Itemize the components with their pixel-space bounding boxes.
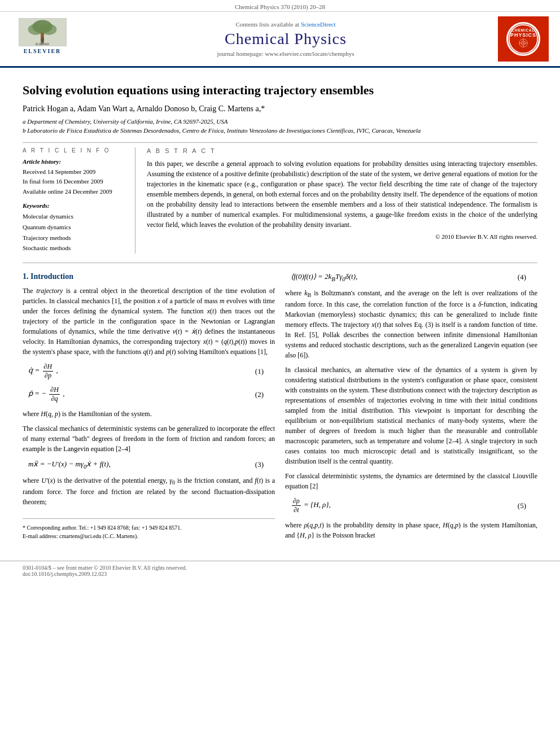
chemical-physics-logo: CHEMICAL PHYSICS — [498, 16, 549, 62]
keyword-3: Trajectory methods — [23, 233, 127, 243]
equation-4: ⟨f(0)f(t)⟩ = 2kBTγ0δ(t), (4) — [291, 272, 526, 282]
eq5-number: (5) — [518, 501, 526, 510]
svg-text:CHEMICAL: CHEMICAL — [512, 28, 535, 32]
keywords-list: Molecular dynamics Quantum dynamics Traj… — [23, 211, 127, 254]
copyright-line: © 2010 Elsevier B.V. All rights reserved… — [147, 233, 537, 240]
footnote-email: E-mail address: cmartens@uci.edu (C.C. M… — [23, 532, 275, 540]
eq3-content: mẍ = −U′(x) − mγ0ẋ + f(t), — [28, 460, 111, 470]
eq1-fraction: ∂H ∂p — [43, 362, 54, 380]
section-number: 1. — [23, 272, 30, 281]
elsevier-logo-container: ELSEVIER ELSEVIER — [11, 18, 73, 60]
intro-para-4: where U′(x) is the derivative of the pot… — [23, 475, 275, 507]
article-info-abstract: A R T I C L E I N F O Article history: R… — [23, 147, 537, 254]
article-history-dates: Received 14 September 2009 In final form… — [23, 167, 127, 197]
keyword-1: Molecular dynamics — [23, 211, 127, 222]
abstract-header: A B S T R A C T — [147, 147, 537, 154]
issn-text: 0301-0104/$ – see front matter © 2010 El… — [23, 565, 537, 571]
eq4-number: (4) — [518, 273, 526, 282]
article-info-col: A R T I C L E I N F O Article history: R… — [23, 147, 135, 254]
equation-2: ṗ = − ∂H ∂q , (2) — [28, 386, 264, 403]
intro-para-2: where H(q, p) is the Hamiltonian of the … — [23, 409, 275, 419]
journal-header: ELSEVIER ELSEVIER Contents lists availab… — [0, 12, 560, 68]
eq3-number: (3) — [255, 460, 264, 469]
svg-point-5 — [41, 37, 44, 41]
eq2-content: ṗ = − ∂H ∂q , — [28, 386, 64, 403]
paper-content: Solving evolution equations using intera… — [0, 68, 560, 556]
right-para-2: In classical mechanics, an alternative v… — [285, 365, 537, 466]
eq1-content: q̇ = ∂H ∂p , — [28, 362, 58, 380]
cp-logo-svg: CHEMICAL PHYSICS — [506, 24, 540, 54]
received-date: Received 14 September 2009 — [23, 167, 127, 177]
elsevier-tree-svg: ELSEVIER — [19, 18, 66, 46]
bottom-bar: 0301-0104/$ – see front matter © 2010 El… — [0, 561, 560, 580]
section-name: Introduction — [30, 272, 73, 281]
equation-5: ∂ρ ∂t = {H, ρ}, (5) — [291, 497, 526, 514]
affiliation-b: b Laboratorio de Física Estadística de S… — [23, 126, 537, 136]
right-para-4: where ρ(q,p,t) is the probability densit… — [285, 520, 537, 540]
elsevier-wordmark: ELSEVIER — [24, 48, 62, 54]
eq2-number: (2) — [255, 390, 264, 399]
journal-title-center: Contents lists available at ScienceDirec… — [73, 21, 498, 57]
svg-text:PHYSICS: PHYSICS — [510, 32, 536, 38]
eq1-number: (1) — [255, 367, 264, 376]
svg-text:ELSEVIER: ELSEVIER — [36, 43, 49, 46]
article-info-header: A R T I C L E I N F O — [23, 147, 127, 154]
contents-available-text: Contents lists available at ScienceDirec… — [73, 21, 498, 28]
eq4-content: ⟨f(0)f(t)⟩ = 2kBTγ0δ(t), — [291, 272, 357, 282]
eq5-content: ∂ρ ∂t = {H, ρ}, — [291, 497, 331, 514]
affiliation-a: a Department of Chemistry, University of… — [23, 117, 537, 126]
body-left-col: 1. Introduction The trajectory is a cent… — [23, 272, 275, 545]
intro-para-1: The trajectory is a central object in th… — [23, 286, 275, 357]
body-columns: 1. Introduction The trajectory is a cent… — [23, 272, 537, 545]
sciencedirect-link[interactable]: ScienceDirect — [301, 21, 336, 28]
equation-3: mẍ = −U′(x) − mγ0ẋ + f(t), (3) — [28, 460, 264, 470]
doi-text: doi:10.1016/j.chemphys.2009.12.023 — [23, 571, 537, 577]
intro-para-3: The classical mechanics of deterministic… — [23, 423, 275, 454]
affiliations: a Department of Chemistry, University of… — [23, 117, 537, 136]
elsevier-logo-image: ELSEVIER — [19, 18, 67, 46]
body-right-col: ⟨f(0)f(t)⟩ = 2kBTγ0δ(t), (4) where kB is… — [285, 272, 537, 545]
journal-name-display: Chemical Physics — [73, 30, 498, 48]
keyword-4: Stochastic methods — [23, 243, 127, 254]
intro-section-title: 1. Introduction — [23, 272, 275, 281]
paper-title: Solving evolution equations using intera… — [23, 82, 537, 99]
keywords-label: Keywords: — [23, 202, 127, 209]
keyword-2: Quantum dynamics — [23, 222, 127, 233]
authors-line: Patrick Hogan a, Adam Van Wart a, Arnald… — [23, 104, 537, 113]
abstract-col: A B S T R A C T In this paper, we descri… — [147, 147, 537, 254]
journal-meta-bar: Chemical Physics 370 (2010) 20–28 — [0, 0, 560, 12]
divider-after-affiliations — [23, 142, 537, 143]
right-para-3: For classical deterministic systems, the… — [285, 471, 537, 491]
journal-citation: Chemical Physics 370 (2010) 20–28 — [235, 3, 325, 10]
journal-homepage-text: journal homepage: www.elsevier.com/locat… — [73, 50, 498, 57]
footnote-section: * Corresponding author. Tel.: +1 949 824… — [23, 518, 275, 540]
equation-1: q̇ = ∂H ∂p , (1) — [28, 362, 264, 380]
available-date: Available online 24 December 2009 — [23, 187, 127, 197]
eq2-fraction: ∂H ∂q — [49, 386, 60, 403]
final-form-date: In final form 16 December 2009 — [23, 177, 127, 187]
abstract-text: In this paper, we describe a general app… — [147, 159, 537, 230]
footnote-star: * Corresponding author. Tel.: +1 949 824… — [23, 523, 275, 532]
right-para-1: where kB is Boltzmann's constant, and th… — [285, 288, 537, 360]
cp-logo-circle: CHEMICAL PHYSICS — [506, 22, 540, 56]
divider-body — [23, 263, 537, 263]
eq5-fraction: ∂ρ ∂t — [292, 497, 301, 514]
article-history-label: Article history: — [23, 158, 127, 165]
